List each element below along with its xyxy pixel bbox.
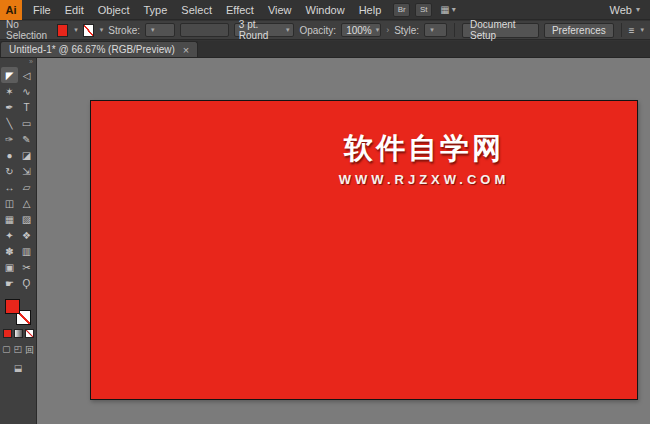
- appbar-button[interactable]: Br: [393, 3, 410, 17]
- color-button[interactable]: [3, 329, 12, 338]
- workspace-content: » ◤◁✶∿✒T╲▭✑✎●◪↻⇲↔▱◫△▦▨✦❖✽▥▣✂☛Ϙ ▢ ◰ 回 ⬓ 软…: [0, 58, 650, 424]
- draw-behind-button[interactable]: ◰: [14, 344, 23, 357]
- selection-status-label: No Selection: [6, 19, 52, 41]
- column-graph-tool[interactable]: ▥: [18, 243, 35, 259]
- line-segment-tool[interactable]: ╲: [1, 115, 18, 131]
- stroke-color-swatch[interactable]: [83, 24, 94, 37]
- menu-item[interactable]: Help: [352, 0, 389, 19]
- symbol-sprayer-tool[interactable]: ✽: [1, 243, 18, 259]
- chevron-down-icon[interactable]: ▾: [100, 26, 104, 34]
- toolbar-collapse-icon[interactable]: »: [0, 58, 36, 67]
- artboard-tool[interactable]: ▣: [1, 259, 18, 275]
- workspace-switcher[interactable]: Web ▾: [610, 4, 640, 16]
- chevron-down-icon: ▾: [636, 5, 640, 14]
- eyedropper-tool[interactable]: ✦: [1, 227, 18, 243]
- menu-item[interactable]: Type: [137, 0, 175, 19]
- rectangle-tool[interactable]: ▭: [18, 115, 35, 131]
- workspace-label: Web: [610, 4, 632, 16]
- brush-definition-value: 3 pt. Round: [239, 19, 282, 41]
- fill-stroke-control[interactable]: [5, 299, 31, 325]
- main-menu: FileEditObjectTypeSelectEffectViewWindow…: [26, 0, 388, 19]
- slice-tool[interactable]: ✂: [18, 259, 35, 275]
- style-dropdown[interactable]: ▾: [424, 23, 447, 37]
- magic-wand-tool[interactable]: ✶: [1, 83, 18, 99]
- control-bar: No Selection ▾ ▾ Stroke: ▾ 3 pt. Round ▾…: [0, 21, 650, 40]
- tools-grid: ◤◁✶∿✒T╲▭✑✎●◪↻⇲↔▱◫△▦▨✦❖✽▥▣✂☛Ϙ: [0, 67, 36, 291]
- variable-width-profile[interactable]: [180, 23, 229, 37]
- canvas-area[interactable]: 软件自学网 WWW.RJZXW.COM: [37, 58, 650, 424]
- rotate-tool[interactable]: ↻: [1, 163, 18, 179]
- menu-item[interactable]: Object: [91, 0, 137, 19]
- pen-tool[interactable]: ✒: [1, 99, 18, 115]
- chevron-down-icon[interactable]: ▾: [640, 26, 644, 34]
- screen-mode-button[interactable]: ⬓: [14, 363, 23, 373]
- stroke-label: Stroke:: [108, 25, 140, 36]
- watermark-url: WWW.RJZXW.COM: [309, 172, 538, 187]
- watermark: 软件自学网 WWW.RJZXW.COM: [309, 129, 538, 187]
- tools-panel: » ◤◁✶∿✒T╲▭✑✎●◪↻⇲↔▱◫△▦▨✦❖✽▥▣✂☛Ϙ ▢ ◰ 回 ⬓: [0, 58, 37, 424]
- draw-inside-button[interactable]: 回: [25, 344, 34, 357]
- chevron-right-icon[interactable]: ›: [386, 25, 389, 35]
- brush-definition-dropdown[interactable]: 3 pt. Round ▾: [234, 23, 295, 37]
- opacity-label: Opacity:: [299, 25, 336, 36]
- document-setup-button[interactable]: Document Setup: [462, 23, 539, 38]
- draw-normal-button[interactable]: ▢: [2, 344, 11, 357]
- mesh-tool[interactable]: ▦: [1, 211, 18, 227]
- chevron-down-icon: ▾: [151, 26, 155, 34]
- document-tab-bar: Untitled-1* @ 66.67% (RGB/Preview) ×: [0, 41, 650, 58]
- preferences-button[interactable]: Preferences: [544, 23, 614, 38]
- close-icon[interactable]: ×: [183, 45, 189, 55]
- paintbrush-tool[interactable]: ✑: [1, 131, 18, 147]
- appbar-button[interactable]: St: [415, 3, 432, 17]
- lasso-tool[interactable]: ∿: [18, 83, 35, 99]
- arrange-documents-icon[interactable]: ▦: [440, 4, 449, 15]
- hand-tool[interactable]: ☛: [1, 275, 18, 291]
- chevron-down-icon: ▾: [376, 26, 380, 34]
- menu-bar: Ai FileEditObjectTypeSelectEffectViewWin…: [0, 0, 650, 20]
- free-transform-tool[interactable]: ▱: [18, 179, 35, 195]
- align-options-icon[interactable]: ≡: [629, 25, 635, 36]
- menu-item[interactable]: Select: [174, 0, 219, 19]
- shape-builder-tool[interactable]: ◫: [1, 195, 18, 211]
- opacity-value: 100%: [346, 25, 372, 36]
- type-tool[interactable]: T: [18, 99, 35, 115]
- stroke-weight-dropdown[interactable]: ▾: [145, 23, 175, 37]
- menu-item[interactable]: File: [26, 0, 58, 19]
- fill-color-swatch[interactable]: [57, 24, 68, 37]
- gradient-button[interactable]: [14, 329, 23, 338]
- document-tab-title: Untitled-1* @ 66.67% (RGB/Preview): [9, 44, 175, 55]
- menu-item[interactable]: Effect: [219, 0, 261, 19]
- scale-tool[interactable]: ⇲: [18, 163, 35, 179]
- direct-selection-tool[interactable]: ◁: [18, 67, 35, 83]
- style-label: Style:: [394, 25, 419, 36]
- document-tab[interactable]: Untitled-1* @ 66.67% (RGB/Preview) ×: [0, 41, 198, 57]
- chevron-down-icon: ▾: [286, 26, 290, 34]
- blob-brush-tool[interactable]: ●: [1, 147, 18, 163]
- illustrator-logo: Ai: [0, 0, 22, 20]
- eraser-tool[interactable]: ◪: [18, 147, 35, 163]
- opacity-field[interactable]: 100% ▾: [341, 23, 381, 37]
- chevron-down-icon[interactable]: ▾: [74, 26, 78, 34]
- blend-tool[interactable]: ❖: [18, 227, 35, 243]
- none-button[interactable]: [25, 329, 34, 338]
- artboard[interactable]: 软件自学网 WWW.RJZXW.COM: [90, 100, 638, 400]
- chevron-down-icon[interactable]: ▾: [452, 5, 456, 14]
- pencil-tool[interactable]: ✎: [18, 131, 35, 147]
- gradient-tool[interactable]: ▨: [18, 211, 35, 227]
- chevron-down-icon: ▾: [430, 26, 434, 34]
- menu-item[interactable]: Edit: [58, 0, 91, 19]
- fill-swatch[interactable]: [5, 299, 20, 314]
- watermark-title: 软件自学网: [309, 129, 538, 169]
- zoom-tool[interactable]: Ϙ: [18, 275, 35, 291]
- perspective-grid-tool[interactable]: △: [18, 195, 35, 211]
- menu-item[interactable]: View: [261, 0, 299, 19]
- selection-tool[interactable]: ◤: [1, 67, 18, 83]
- menu-item[interactable]: Window: [299, 0, 352, 19]
- width-tool[interactable]: ↔: [1, 179, 18, 195]
